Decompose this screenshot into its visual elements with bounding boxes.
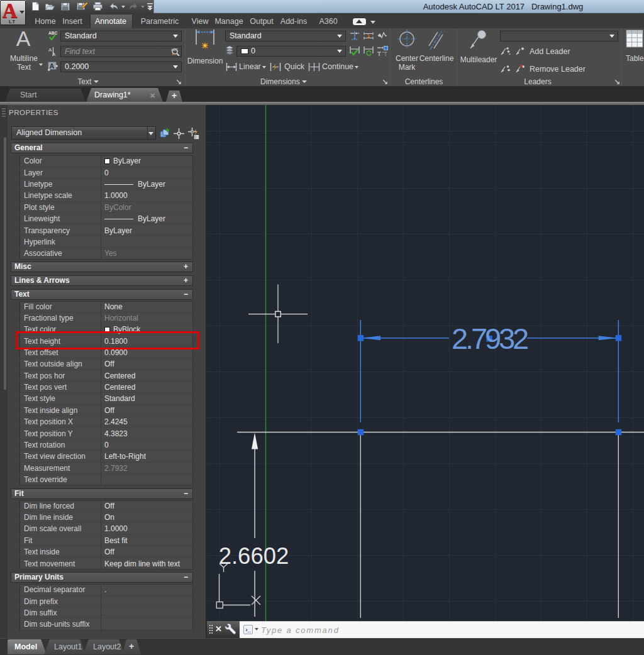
svg-text:A: A <box>52 52 56 57</box>
svg-text:ABC: ABC <box>48 31 57 35</box>
svg-text:A: A <box>49 62 54 70</box>
